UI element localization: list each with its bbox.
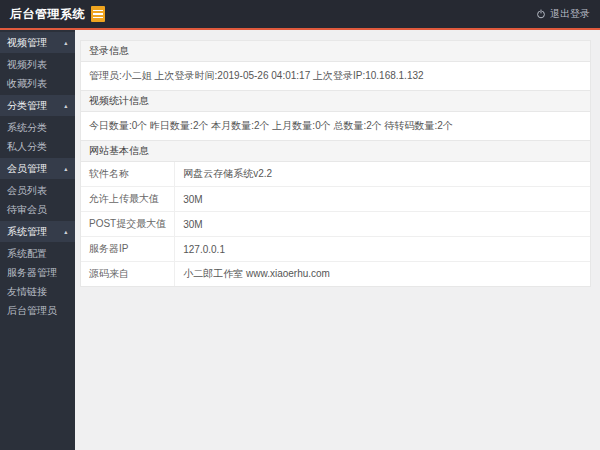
sidebar-item-private-category[interactable]: 私人分类 <box>0 137 75 156</box>
dashboard-panel: 登录信息 管理员:小二姐 上次登录时间:2019-05-26 04:01:17 … <box>80 40 591 287</box>
brand: 后台管理系统 <box>10 6 105 23</box>
site-info-label: 软件名称 <box>81 162 175 187</box>
sidebar-item-video-list[interactable]: 视频列表 <box>0 55 75 74</box>
sidebar-item-label: 会员列表 <box>7 184 47 198</box>
sidebar-item-label: 收藏列表 <box>7 77 47 91</box>
caret-up-icon: ▴ <box>65 102 68 109</box>
site-info-label: 源码来自 <box>81 262 175 287</box>
power-icon <box>536 9 546 19</box>
login-info-body: 管理员:小二姐 上次登录时间:2019-05-26 04:01:17 上次登录I… <box>81 62 590 91</box>
table-row: 软件名称 网盘云存储系统v2.2 <box>81 162 590 187</box>
sidebar-item-pending-members[interactable]: 待审会员 <box>0 200 75 219</box>
logout-label: 退出登录 <box>550 7 590 21</box>
site-info-value: 小二郎工作室 www.xiaoerhu.com <box>175 262 590 287</box>
sidebar-item-label: 友情链接 <box>7 285 47 299</box>
site-info-table: 软件名称 网盘云存储系统v2.2 允许上传最大值 30M POST提交最大值 3… <box>81 162 590 286</box>
sidebar-group-category[interactable]: 分类管理 ▴ <box>0 95 75 116</box>
sidebar-group-label: 系统管理 <box>7 225 47 239</box>
site-info-value: 127.0.0.1 <box>175 237 590 262</box>
sidebar-item-label: 服务器管理 <box>7 266 57 280</box>
main-content: 登录信息 管理员:小二姐 上次登录时间:2019-05-26 04:01:17 … <box>75 30 600 450</box>
sidebar-item-label: 系统配置 <box>7 247 47 261</box>
sidebar-group-system[interactable]: 系统管理 ▴ <box>0 221 75 242</box>
list-icon <box>91 6 105 22</box>
site-info-title: 网站基本信息 <box>89 145 149 156</box>
logout-button[interactable]: 退出登录 <box>536 7 590 21</box>
site-info-label: 允许上传最大值 <box>81 187 175 212</box>
top-navbar: 后台管理系统 退出登录 <box>0 0 600 30</box>
login-info-title: 登录信息 <box>89 45 129 56</box>
sidebar-group-label: 视频管理 <box>7 36 47 50</box>
table-row: POST提交最大值 30M <box>81 212 590 237</box>
sidebar-item-label: 私人分类 <box>7 140 47 154</box>
sidebar-group-member[interactable]: 会员管理 ▴ <box>0 158 75 179</box>
table-row: 源码来自 小二郎工作室 www.xiaoerhu.com <box>81 262 590 287</box>
sidebar-item-favorites-list[interactable]: 收藏列表 <box>0 74 75 93</box>
caret-up-icon: ▴ <box>65 39 68 46</box>
sidebar-item-label: 系统分类 <box>7 121 47 135</box>
site-info-header: 网站基本信息 <box>81 141 590 162</box>
login-info-header: 登录信息 <box>81 41 590 62</box>
sidebar-item-system-category[interactable]: 系统分类 <box>0 118 75 137</box>
video-stats-title: 视频统计信息 <box>89 95 149 106</box>
sidebar-group-video[interactable]: 视频管理 ▴ <box>0 32 75 53</box>
sidebar-group-label: 会员管理 <box>7 162 47 176</box>
sidebar-item-label: 视频列表 <box>7 58 47 72</box>
caret-up-icon: ▴ <box>65 165 68 172</box>
video-stats-body: 今日数量:0个 昨日数量:2个 本月数量:2个 上月数量:0个 总数量:2个 待… <box>81 112 590 141</box>
sidebar: 视频管理 ▴ 视频列表 收藏列表 分类管理 ▴ 系统分类 私人分类 会员管理 ▴… <box>0 30 75 450</box>
sidebar-item-member-list[interactable]: 会员列表 <box>0 181 75 200</box>
sidebar-item-label: 待审会员 <box>7 203 47 217</box>
sidebar-item-server-manage[interactable]: 服务器管理 <box>0 263 75 282</box>
site-info-value: 30M <box>175 212 590 237</box>
login-info-text: 管理员:小二姐 上次登录时间:2019-05-26 04:01:17 上次登录I… <box>89 70 424 81</box>
caret-up-icon: ▴ <box>65 228 68 235</box>
site-info-value: 30M <box>175 187 590 212</box>
sidebar-group-label: 分类管理 <box>7 99 47 113</box>
sidebar-item-admins[interactable]: 后台管理员 <box>0 301 75 320</box>
app-title: 后台管理系统 <box>10 6 85 23</box>
video-stats-text: 今日数量:0个 昨日数量:2个 本月数量:2个 上月数量:0个 总数量:2个 待… <box>89 120 453 131</box>
site-info-label: 服务器IP <box>81 237 175 262</box>
site-info-label: POST提交最大值 <box>81 212 175 237</box>
table-row: 允许上传最大值 30M <box>81 187 590 212</box>
site-info-value: 网盘云存储系统v2.2 <box>175 162 590 187</box>
sidebar-item-friend-links[interactable]: 友情链接 <box>0 282 75 301</box>
table-row: 服务器IP 127.0.0.1 <box>81 237 590 262</box>
video-stats-header: 视频统计信息 <box>81 91 590 112</box>
sidebar-item-label: 后台管理员 <box>7 304 57 318</box>
sidebar-item-system-config[interactable]: 系统配置 <box>0 244 75 263</box>
